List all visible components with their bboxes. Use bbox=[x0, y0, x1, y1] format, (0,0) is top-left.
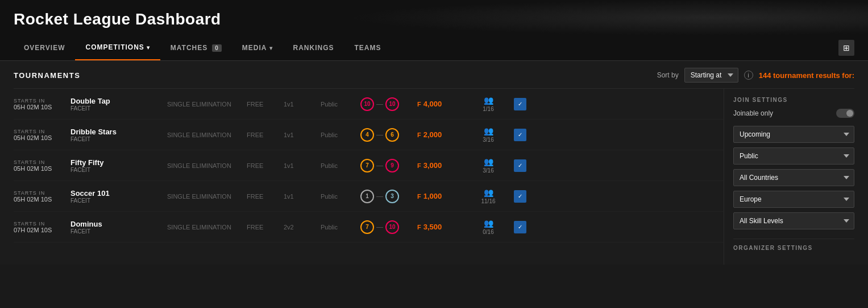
tournaments-header: TOURNAMENTS Sort by Starting at Prize Pl… bbox=[14, 61, 854, 89]
sort-label: Sort by bbox=[657, 71, 679, 79]
matches-badge: 0 bbox=[212, 44, 222, 52]
country-filter[interactable]: All Countries United States United Kingd… bbox=[733, 169, 854, 186]
join-button[interactable]: ✓ bbox=[514, 159, 526, 172]
nav-teams[interactable]: TEAMS bbox=[344, 36, 392, 60]
table-row: STARTS IN 05H 02M 10S Dribble Stars FACE… bbox=[14, 120, 724, 150]
tournament-name-col: Double Tap FACEIT bbox=[70, 97, 161, 112]
tournaments-section: TOURNAMENTS Sort by Starting at Prize Pl… bbox=[0, 61, 868, 265]
join-col: ✓ bbox=[514, 98, 530, 110]
public-col: Public bbox=[321, 101, 355, 108]
header: Rocket League Dashboard bbox=[0, 0, 868, 35]
right-sidebar: JOIN SETTINGS Joinable only Upcoming Ong… bbox=[724, 89, 854, 265]
mode-col: 1v1 bbox=[284, 101, 315, 108]
nav-matches[interactable]: MATCHES 0 bbox=[160, 36, 232, 60]
region-filter[interactable]: Europe North America Asia bbox=[733, 191, 854, 208]
tournaments-list: STARTS IN 05H 02M 10S Double Tap FACEIT … bbox=[14, 89, 724, 243]
navigation: OVERVIEW COMPETITIONS ▾ MATCHES 0 MEDIA … bbox=[0, 35, 868, 61]
free-col: FREE bbox=[247, 101, 278, 108]
sort-select[interactable]: Starting at Prize Players bbox=[684, 68, 738, 83]
grid-view-button[interactable]: ⊞ bbox=[838, 40, 854, 56]
nav-items: OVERVIEW COMPETITIONS ▾ MATCHES 0 MEDIA … bbox=[14, 35, 392, 60]
join-button[interactable]: ✓ bbox=[514, 129, 526, 141]
sidebar-divider bbox=[733, 239, 854, 239]
visibility-filter[interactable]: Public Private bbox=[733, 147, 854, 165]
nav-overview[interactable]: OVERVIEW bbox=[14, 36, 75, 60]
people-icon: 👥 bbox=[484, 96, 493, 105]
nav-competitions[interactable]: COMPETITIONS ▾ bbox=[75, 35, 160, 60]
table-row: STARTS IN 05H 02M 10S Fifty Fifty FACEIT… bbox=[14, 150, 724, 181]
table-row: STARTS IN 07H 02M 10S Dominus FACEIT SIN… bbox=[14, 212, 724, 243]
chevron-down-icon: ▾ bbox=[269, 45, 273, 51]
sort-area: Sort by Starting at Prize Players i 144 … bbox=[657, 68, 854, 83]
table-row: STARTS IN 05H 02M 10S Double Tap FACEIT … bbox=[14, 89, 724, 120]
page-title: Rocket League Dashboard bbox=[14, 10, 854, 28]
join-settings-title: JOIN SETTINGS bbox=[733, 97, 854, 103]
people-icon: 👥 bbox=[484, 157, 493, 166]
starts-in-col: STARTS IN 05H 02M 10S bbox=[14, 98, 65, 110]
format-col: SINGLE ELIMINATION bbox=[167, 101, 241, 108]
people-icon: 👥 bbox=[484, 188, 493, 197]
tournaments-title: TOURNAMENTS bbox=[14, 71, 80, 80]
table-row: STARTS IN 05H 02M 10S Soccer 101 FACEIT … bbox=[14, 181, 724, 212]
info-icon[interactable]: i bbox=[744, 71, 753, 80]
joinable-only-row: Joinable only bbox=[733, 109, 854, 118]
people-icon: 👥 bbox=[484, 219, 493, 228]
joinable-only-label: Joinable only bbox=[733, 109, 773, 117]
nav-media[interactable]: MEDIA ▾ bbox=[232, 36, 283, 60]
chevron-down-icon: ▾ bbox=[147, 44, 150, 51]
status-filter[interactable]: Upcoming Ongoing Finished bbox=[733, 126, 854, 143]
skill-filter[interactable]: All Skill Levels Beginner Intermediate A… bbox=[733, 212, 854, 229]
join-button[interactable]: ✓ bbox=[514, 98, 526, 110]
join-button[interactable]: ✓ bbox=[514, 221, 526, 233]
nav-rankings[interactable]: RANKINGS bbox=[283, 36, 344, 60]
results-text: 144 tournament results for: bbox=[759, 71, 854, 80]
people-icon: 👥 bbox=[484, 126, 493, 135]
main-layout: STARTS IN 05H 02M 10S Double Tap FACEIT … bbox=[14, 89, 854, 265]
joinable-toggle[interactable] bbox=[836, 109, 854, 118]
toggle-knob bbox=[846, 110, 853, 117]
organizer-settings-title: ORGANIZER SETTINGS bbox=[733, 245, 854, 251]
join-button[interactable]: ✓ bbox=[514, 190, 526, 203]
prize-col: F 4,000 bbox=[417, 100, 463, 108]
level-col: 10 — 10 bbox=[360, 97, 412, 111]
slots-col: 👥 1/16 bbox=[468, 96, 508, 112]
